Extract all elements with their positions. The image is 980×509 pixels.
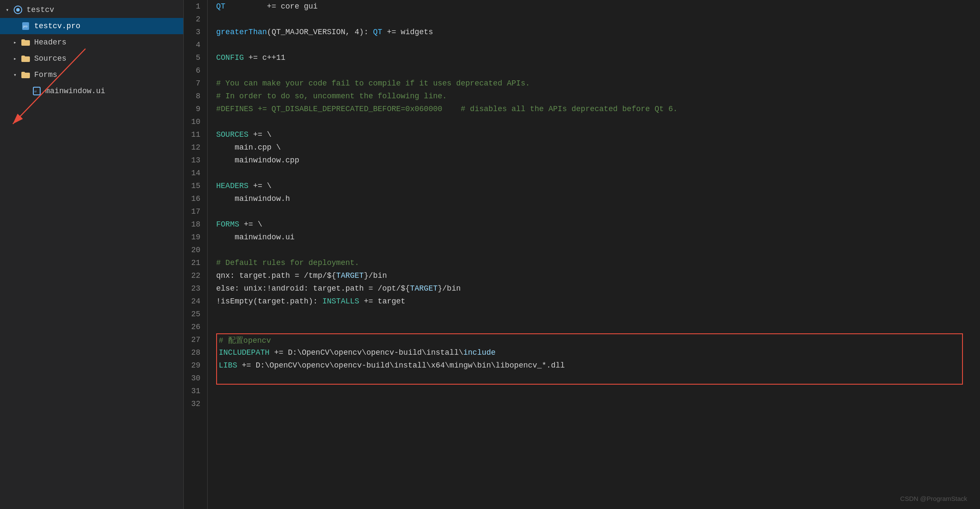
line-numbers: 1234567891011121314151617181920212223242…	[184, 0, 208, 509]
code-line-21: # Default rules for deployment.	[216, 256, 980, 269]
code-line-7: # You can make your code fail to compile…	[216, 77, 980, 90]
code-line-16: mainwindow.h	[216, 192, 980, 205]
sidebar-item-label: testcv	[26, 6, 54, 14]
code-line-28: INCLUDEPATH += D:\OpenCV\opencv\opencv-b…	[216, 346, 963, 359]
expand-arrow	[11, 22, 19, 30]
editor: 1234567891011121314151617181920212223242…	[184, 0, 980, 509]
code-line-19: mainwindow.ui	[216, 231, 980, 244]
code-line-24: !isEmpty(target.path): INSTALLS += targe…	[216, 295, 980, 308]
sidebar-item-forms[interactable]: ▾Forms	[0, 67, 183, 83]
sidebar: ▾testcv protestcv.pro▸Headers▸Sources▾Fo…	[0, 0, 184, 509]
folder-icon	[20, 36, 32, 48]
code-line-31	[216, 385, 980, 397]
code-line-15: HEADERS += \	[216, 179, 980, 192]
code-line-8: # In order to do so, uncomment the follo…	[216, 90, 980, 103]
code-area[interactable]: QT += core gui greaterThan(QT_MAJOR_VERS…	[208, 0, 980, 509]
code-line-6	[216, 64, 980, 77]
expand-arrow: ▾	[11, 71, 19, 79]
code-line-25	[216, 308, 980, 321]
code-line-23: else: unix:!android: target.path = /opt/…	[216, 282, 980, 295]
code-line-3: greaterThan(QT_MAJOR_VERSION, 4): QT += …	[216, 26, 980, 38]
ui-icon: ui	[31, 85, 43, 97]
svg-text:pro: pro	[23, 25, 27, 28]
sidebar-item-label: Forms	[34, 71, 57, 79]
code-line-17	[216, 205, 980, 218]
pro-icon: pro	[20, 20, 32, 32]
code-line-22: qnx: target.path = /tmp/${TARGET}/bin	[216, 269, 980, 282]
svg-text:ui: ui	[34, 90, 37, 93]
svg-point-1	[16, 8, 20, 12]
code-line-27: # 配置opencv	[216, 333, 963, 346]
sidebar-item-sources[interactable]: ▸Sources	[0, 50, 183, 67]
gear-icon	[12, 4, 24, 16]
code-line-1: QT += core gui	[216, 0, 980, 13]
code-line-10	[216, 115, 980, 128]
sidebar-item-label: Sources	[34, 54, 67, 63]
code-line-32	[216, 397, 980, 410]
sidebar-item-mainwindow-ui[interactable]: uimainwindow.ui	[0, 83, 183, 99]
code-line-2	[216, 13, 980, 26]
watermark: CSDN @ProgramStack	[900, 495, 967, 502]
sidebar-item-root[interactable]: ▾testcv	[0, 2, 183, 18]
folder-icon	[20, 69, 32, 81]
sidebar-item-label: Headers	[34, 38, 67, 47]
code-line-11: SOURCES += \	[216, 128, 980, 141]
expand-arrow	[22, 87, 30, 95]
code-line-13: mainwindow.cpp	[216, 154, 980, 167]
code-line-5: CONFIG += c++11	[216, 51, 980, 64]
code-line-26	[216, 321, 980, 333]
code-line-30	[216, 372, 963, 385]
code-line-9: #DEFINES += QT_DISABLE_DEPRECATED_BEFORE…	[216, 103, 980, 115]
code-line-29: LIBS += D:\OpenCV\opencv\opencv-build\in…	[216, 359, 963, 372]
expand-arrow: ▸	[11, 55, 19, 62]
code-line-18: FORMS += \	[216, 218, 980, 231]
expand-arrow: ▸	[11, 38, 19, 46]
expand-arrow: ▾	[3, 6, 11, 14]
sidebar-item-headers[interactable]: ▸Headers	[0, 34, 183, 50]
sidebar-item-testcv-pro[interactable]: protestcv.pro	[0, 18, 183, 34]
code-line-20	[216, 244, 980, 256]
folder-icon	[20, 53, 32, 65]
code-line-14	[216, 167, 980, 179]
sidebar-item-label: mainwindow.ui	[45, 87, 105, 95]
sidebar-item-label: testcv.pro	[34, 22, 80, 30]
code-line-12: main.cpp \	[216, 141, 980, 154]
code-line-4	[216, 38, 980, 51]
